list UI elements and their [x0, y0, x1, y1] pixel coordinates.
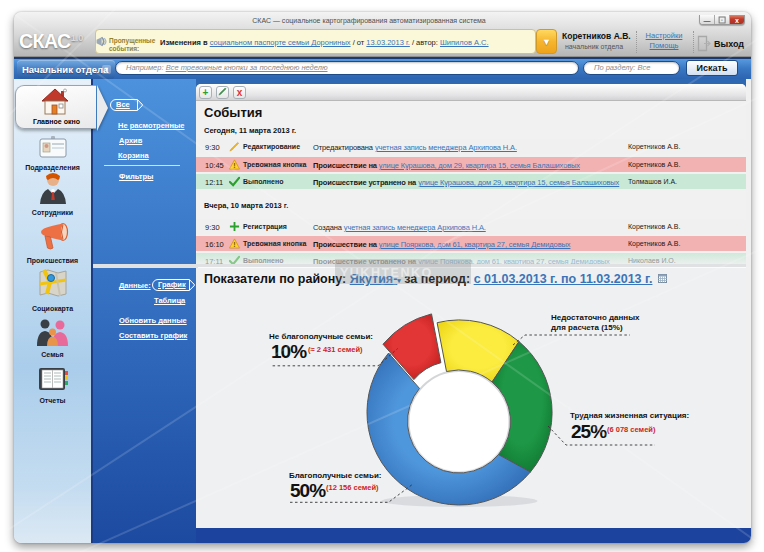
svg-text:!: ! — [233, 240, 235, 249]
svg-text:!: ! — [233, 161, 235, 170]
